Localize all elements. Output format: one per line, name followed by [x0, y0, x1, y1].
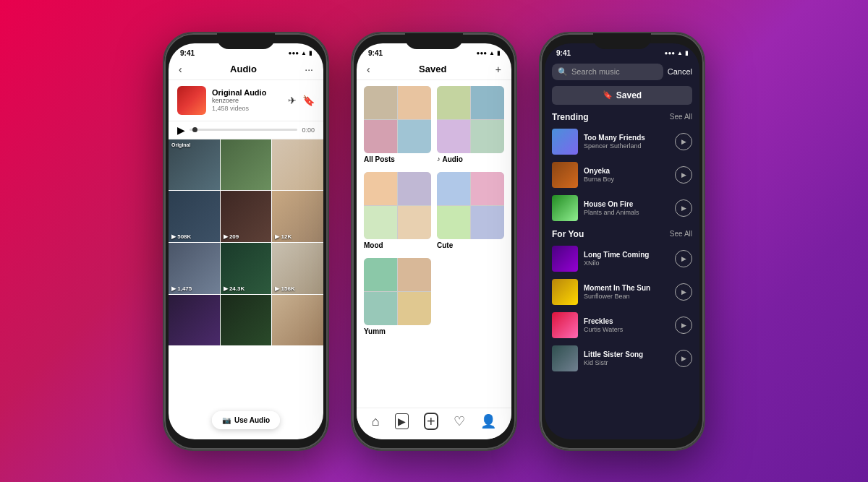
foryou-play-tri-3: ▶: [681, 322, 686, 329]
video-cell-3[interactable]: [272, 139, 323, 191]
audio-player: ▶ 0:00: [169, 121, 323, 139]
trending-song-3: House On Fire: [584, 200, 669, 208]
back-button-2[interactable]: ‹: [367, 64, 370, 75]
trending-play-1[interactable]: ▶: [675, 133, 692, 150]
trending-item-1[interactable]: Too Many Friends Spencer Sutherland ▶: [545, 125, 699, 158]
collection-cute[interactable]: Cute: [437, 172, 504, 249]
signal-icon-1: ●●●: [289, 50, 299, 56]
wifi-icon-3: ▲: [677, 50, 683, 56]
video-cell-2[interactable]: [221, 139, 272, 191]
wifi-icon-2: ▲: [489, 50, 495, 56]
status-icons-1: ●●● ▲ ▮: [289, 50, 312, 56]
mood-thumb: [364, 172, 431, 239]
status-time-2: 9:41: [368, 49, 383, 57]
thumb-cell-16: [471, 206, 504, 239]
audio-thumb-coll: [437, 86, 504, 153]
audio-action-buttons: ✈ 🔖: [288, 95, 315, 106]
collection-mood[interactable]: Mood: [364, 172, 431, 249]
foryou-artist-2: Sunflower Bean: [584, 293, 669, 300]
trending-item-2[interactable]: Onyeka Burna Boy ▶: [545, 158, 699, 191]
use-audio-label: Use Audio: [234, 416, 270, 424]
video-cell-10[interactable]: [169, 295, 220, 346]
foryou-header: For You See All: [545, 225, 699, 242]
notch-2: [405, 33, 463, 49]
video-cell-8[interactable]: ▶ 24.3K: [221, 243, 272, 294]
back-button[interactable]: ‹: [179, 64, 182, 75]
collection-yumm[interactable]: Yumm: [364, 258, 431, 335]
video-cell-1[interactable]: Original: [169, 139, 220, 191]
play-triangle-2: ▶: [681, 171, 686, 178]
video-cell-11[interactable]: [221, 295, 272, 346]
foryou-art-4: [552, 345, 578, 371]
foryou-see-all[interactable]: See All: [670, 230, 692, 238]
trending-play-3[interactable]: ▶: [675, 199, 692, 217]
audio-info-card: Original Audio kenzoere 1,458 videos ✈ 🔖: [169, 80, 323, 121]
foryou-item-2[interactable]: Moment In The Sun Sunflower Bean ▶: [545, 275, 699, 309]
search-input-wrap[interactable]: 🔍 Search music: [552, 64, 663, 80]
foryou-play-1[interactable]: ▶: [675, 250, 692, 267]
trending-play-2[interactable]: ▶: [675, 166, 692, 184]
collection-all-posts[interactable]: All Posts: [364, 86, 431, 163]
phone-saved: 9:41 ●●● ▲ ▮ ‹ Saved +: [351, 32, 517, 451]
video-cell-7[interactable]: ▶ 1,475: [169, 243, 220, 294]
foryou-song-3: Freckles: [584, 317, 669, 325]
video-cell-5[interactable]: ▶ 209: [221, 191, 272, 242]
saved-pill[interactable]: 🔖 Saved: [552, 86, 692, 105]
more-button[interactable]: ···: [305, 64, 313, 75]
status-time-3: 9:41: [556, 49, 571, 57]
cancel-button[interactable]: Cancel: [668, 67, 692, 76]
notch: [217, 33, 275, 49]
video-cell-12[interactable]: [272, 295, 323, 346]
trending-artist-2: Burna Boy: [584, 176, 669, 183]
foryou-item-3[interactable]: Freckles Curtis Waters ▶: [545, 309, 699, 342]
foryou-play-tri-1: ▶: [681, 255, 686, 262]
bottom-nav: ⌂ ▶ + ♡ 👤: [357, 408, 511, 439]
collections-grid: All Posts ♪ Audio: [357, 80, 511, 350]
trending-artist-1: Spencer Sutherland: [584, 142, 669, 150]
home-nav-icon[interactable]: ⌂: [372, 414, 380, 429]
thumb-cell-8: [471, 120, 504, 153]
video-views-9: ▶ 156K: [275, 285, 294, 292]
reels-nav-icon[interactable]: ▶: [395, 413, 409, 429]
foryou-info-1: Long Time Coming XNilo: [584, 251, 669, 267]
foryou-play-3[interactable]: ▶: [675, 317, 692, 334]
video-cell-4[interactable]: ▶ 508K: [169, 191, 220, 242]
send-icon[interactable]: ✈: [288, 95, 297, 106]
foryou-artist-1: XNilo: [584, 259, 669, 267]
add-button[interactable]: +: [495, 64, 501, 75]
foryou-artist-4: Kid Sistr: [584, 359, 669, 366]
heart-nav-icon[interactable]: ♡: [454, 413, 465, 429]
play-triangle-1: ▶: [681, 138, 686, 145]
foryou-item-4[interactable]: Little Sister Song Kid Sistr ▶: [545, 342, 699, 375]
use-audio-button[interactable]: 📷 Use Audio: [212, 411, 280, 429]
foryou-play-2[interactable]: ▶: [675, 283, 692, 301]
foryou-song-1: Long Time Coming: [584, 251, 669, 259]
video-cell-6[interactable]: ▶ 12K: [272, 191, 323, 242]
trending-art-1: [552, 129, 578, 155]
foryou-art-2: [552, 279, 578, 305]
progress-bar[interactable]: [190, 129, 297, 131]
foryou-item-1[interactable]: Long Time Coming XNilo ▶: [545, 242, 699, 275]
audio-video-count: 1,458 videos: [212, 105, 282, 112]
thumb-cell-6: [471, 86, 504, 119]
play-button[interactable]: ▶: [177, 124, 185, 136]
profile-nav-icon[interactable]: 👤: [480, 413, 496, 429]
foryou-play-4[interactable]: ▶: [675, 350, 692, 367]
add-nav-icon[interactable]: +: [424, 413, 438, 430]
status-icons-3: ●●● ▲ ▮: [665, 50, 688, 56]
time-label: 0:00: [302, 126, 315, 134]
screen-music: 9:41 ●●● ▲ ▮ 🔍 Search music Cancel 🔖 Sav…: [545, 43, 699, 439]
trending-item-3[interactable]: House On Fire Plants and Animals ▶: [545, 191, 699, 225]
video-cell-9[interactable]: ▶ 156K: [272, 243, 323, 294]
trending-see-all[interactable]: See All: [670, 113, 692, 121]
collection-row-3: Yumm: [364, 258, 504, 335]
collection-audio[interactable]: ♪ Audio: [437, 86, 504, 163]
audio-title: Audio: [230, 64, 257, 74]
video-grid: Original ▶ 508K ▶ 209 ▶ 12K ▶: [169, 139, 323, 346]
battery-icon-3: ▮: [685, 50, 688, 56]
thumb-cell-14: [471, 172, 504, 205]
foryou-song-4: Little Sister Song: [584, 350, 669, 358]
bookmark-icon[interactable]: 🔖: [302, 95, 315, 106]
video-views-7: ▶ 1,475: [171, 285, 192, 292]
yumm-thumb: [364, 258, 431, 325]
